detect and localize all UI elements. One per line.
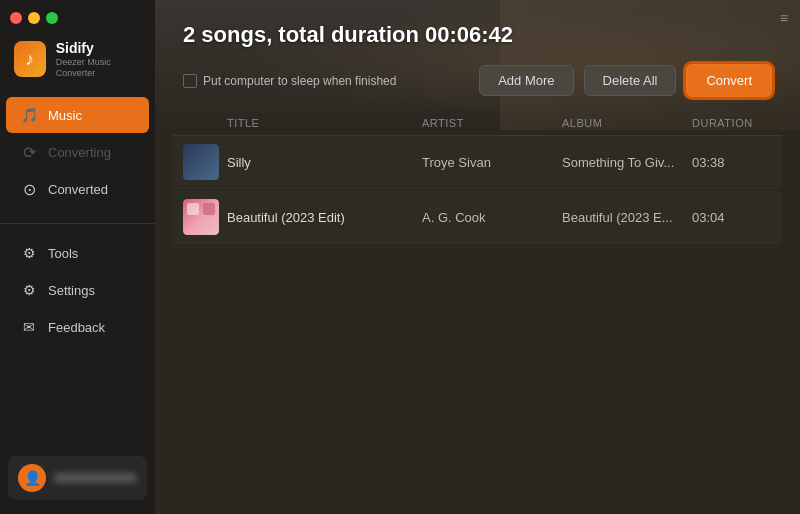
thumb-image: [183, 199, 219, 235]
minimize-button[interactable]: [28, 12, 40, 24]
sleep-checkbox[interactable]: [183, 74, 197, 88]
sidebar: ♪ Sidify Deezer Music Converter 🎵 Music …: [0, 0, 155, 514]
converting-icon: ⟳: [20, 143, 38, 161]
col-title: TITLE: [227, 117, 422, 129]
convert-button[interactable]: Convert: [686, 64, 772, 97]
traffic-lights: [10, 12, 58, 24]
maximize-button[interactable]: [46, 12, 58, 24]
main-content: ≡ 2 songs, total duration 00:06:42 Put c…: [155, 0, 800, 514]
track-duration: 03:38: [692, 155, 772, 170]
track-title: Silly: [227, 155, 422, 170]
delete-all-button[interactable]: Delete All: [584, 65, 677, 96]
converted-icon: ⊙: [20, 180, 38, 198]
track-title: Beautiful (2023 Edit): [227, 210, 422, 225]
col-duration: DURATION: [692, 117, 772, 129]
user-profile[interactable]: 👤: [8, 456, 147, 500]
col-thumb: [183, 117, 227, 129]
track-album: Beautiful (2023 E...: [562, 210, 692, 225]
table-row[interactable]: Beautiful (2023 Edit) A. G. Cook Beautif…: [173, 191, 782, 244]
add-more-button[interactable]: Add More: [479, 65, 573, 96]
track-artist: Troye Sivan: [422, 155, 562, 170]
sidebar-item-settings[interactable]: ⚙ Settings: [6, 272, 149, 308]
close-button[interactable]: [10, 12, 22, 24]
app-title: Sidify: [56, 40, 141, 57]
sidebar-item-feedback-label: Feedback: [48, 320, 105, 335]
track-artist: A. G. Cook: [422, 210, 562, 225]
track-thumbnail: [183, 199, 219, 235]
sidebar-item-tools[interactable]: ⚙ Tools: [6, 235, 149, 271]
sidebar-item-converting-label: Converting: [48, 145, 111, 160]
thumb-image: [183, 144, 219, 180]
sidebar-item-feedback[interactable]: ✉ Feedback: [6, 309, 149, 345]
tools-icon: ⚙: [20, 244, 38, 262]
table-row[interactable]: Silly Troye Sivan Something To Giv... 03…: [173, 136, 782, 189]
sleep-label: Put computer to sleep when finished: [203, 74, 396, 88]
toolbar: Put computer to sleep when finished Add …: [155, 64, 800, 111]
main-header: 2 songs, total duration 00:06:42: [155, 0, 800, 64]
app-subtitle: Deezer Music Converter: [56, 57, 141, 79]
col-album: ALBUM: [562, 117, 692, 129]
sidebar-item-settings-label: Settings: [48, 283, 95, 298]
menu-icon[interactable]: ≡: [780, 10, 788, 26]
track-album: Something To Giv...: [562, 155, 692, 170]
feedback-icon: ✉: [20, 318, 38, 336]
music-icon: 🎵: [20, 106, 38, 124]
track-duration: 03:04: [692, 210, 772, 225]
table-header: TITLE ARTIST ALBUM DURATION: [173, 111, 782, 136]
song-table: TITLE ARTIST ALBUM DURATION Silly Troye …: [155, 111, 800, 514]
sidebar-item-converting: ⟳ Converting: [6, 134, 149, 170]
settings-icon: ⚙: [20, 281, 38, 299]
song-count-title: 2 songs, total duration 00:06:42: [183, 22, 772, 48]
sidebar-item-tools-label: Tools: [48, 246, 78, 261]
track-thumbnail: [183, 144, 219, 180]
sidebar-item-converted-label: Converted: [48, 182, 108, 197]
sidebar-item-music-label: Music: [48, 108, 82, 123]
app-title-block: Sidify Deezer Music Converter: [56, 40, 141, 78]
sidebar-item-converted[interactable]: ⊙ Converted: [6, 171, 149, 207]
user-name: [54, 473, 137, 483]
sidebar-nav: 🎵 Music ⟳ Converting ⊙ Converted ⚙ Tools…: [0, 88, 155, 446]
sidebar-item-music[interactable]: 🎵 Music: [6, 97, 149, 133]
user-avatar: 👤: [18, 464, 46, 492]
app-icon: ♪: [14, 41, 46, 77]
sleep-option: Put computer to sleep when finished: [183, 74, 469, 88]
col-artist: ARTIST: [422, 117, 562, 129]
